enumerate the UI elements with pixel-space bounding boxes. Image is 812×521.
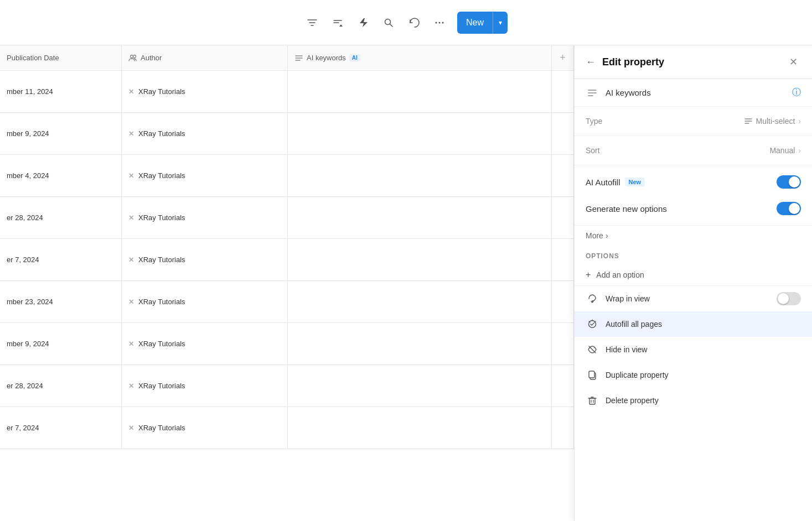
cell-aikeywords-2	[288, 155, 552, 196]
table-row[interactable]: er 7, 2024 ✕ XRay Tutorials	[0, 239, 574, 281]
more-label: More	[586, 231, 603, 240]
sort-row[interactable]: Sort Manual ›	[575, 139, 812, 161]
col-header-author[interactable]: Author	[122, 45, 288, 70]
remove-author-0[interactable]: ✕	[128, 88, 134, 96]
table-row[interactable]: mber 4, 2024 ✕ XRay Tutorials	[0, 155, 574, 197]
cell-aikeywords-4	[288, 239, 552, 280]
aikeywords-icon	[294, 54, 303, 62]
panel-header: ← Edit property ✕	[575, 45, 812, 79]
more-chevron: ›	[606, 231, 608, 240]
cell-pubdate-4: er 7, 2024	[0, 239, 122, 280]
delete-property-row[interactable]: Delete property	[575, 388, 812, 413]
remove-author-3[interactable]: ✕	[128, 214, 134, 222]
table-row[interactable]: er 7, 2024 ✕ XRay Tutorials	[0, 407, 574, 449]
filter-icon[interactable]	[304, 15, 320, 30]
svg-rect-24	[589, 371, 594, 378]
duplicate-property-row[interactable]: Duplicate property	[575, 362, 812, 388]
delete-icon	[586, 394, 599, 407]
hide-in-view-row[interactable]: Hide in view	[575, 337, 812, 362]
svg-line-6	[390, 24, 392, 27]
table-row[interactable]: er 28, 2024 ✕ XRay Tutorials	[0, 197, 574, 239]
cell-aikeywords-0	[288, 71, 552, 112]
wrap-icon	[586, 292, 599, 305]
sort-section: Sort Manual ›	[575, 136, 812, 165]
history-icon[interactable]	[406, 15, 422, 30]
back-button[interactable]: ←	[586, 56, 596, 68]
remove-author-7[interactable]: ✕	[128, 382, 134, 390]
search-icon[interactable]	[381, 15, 396, 30]
options-section: Options + Add an option Wrap in view	[575, 246, 812, 413]
col-header-add[interactable]: +	[552, 45, 574, 70]
author-header-label: Author	[141, 54, 162, 62]
sort-icon[interactable]	[330, 15, 345, 30]
svg-point-11	[133, 55, 136, 58]
autofill-all-row[interactable]: Autofill all pages	[575, 311, 812, 337]
cell-pubdate-7: er 28, 2024	[0, 365, 122, 407]
remove-author-2[interactable]: ✕	[128, 172, 134, 180]
aikeywords-header-label: AI keywords	[307, 54, 346, 62]
remove-author-6[interactable]: ✕	[128, 340, 134, 348]
cell-pubdate-8: er 7, 2024	[0, 407, 122, 449]
cell-extra-1	[552, 113, 574, 154]
field-name-input[interactable]	[606, 88, 785, 97]
info-icon[interactable]: ⓘ	[792, 87, 801, 98]
remove-author-1[interactable]: ✕	[128, 130, 134, 138]
table-row[interactable]: mber 23, 2024 ✕ XRay Tutorials	[0, 281, 574, 323]
type-section: Type Multi-select ›	[575, 107, 812, 136]
add-option-row[interactable]: + Add an option	[575, 264, 812, 286]
wrap-toggle[interactable]	[777, 292, 801, 305]
svg-point-10	[131, 55, 133, 58]
type-value-group: Multi-select ›	[744, 117, 801, 126]
cell-pubdate-5: mber 23, 2024	[0, 281, 122, 322]
sort-value: Manual	[769, 146, 795, 155]
svg-point-9	[442, 22, 443, 23]
panel-header-left: ← Edit property	[586, 56, 664, 68]
ai-autofill-badge: New	[625, 178, 645, 186]
generate-options-row: Generate new options	[575, 195, 812, 222]
delete-label: Delete property	[606, 396, 801, 405]
cell-aikeywords-5	[288, 281, 552, 322]
table-row[interactable]: mber 9, 2024 ✕ XRay Tutorials	[0, 113, 574, 155]
cell-pubdate-2: mber 4, 2024	[0, 155, 122, 196]
more-icon[interactable]	[432, 15, 447, 30]
lightning-icon[interactable]	[355, 15, 371, 30]
new-button[interactable]: New ▾	[457, 12, 508, 34]
new-button-chevron[interactable]: ▾	[493, 12, 508, 34]
edit-property-panel: ← Edit property ✕ ⓘ Type	[574, 45, 812, 521]
close-button[interactable]: ✕	[785, 54, 801, 70]
cell-author-7: ✕ XRay Tutorials	[122, 365, 288, 407]
duplicate-icon	[586, 368, 599, 382]
wrap-in-view-row[interactable]: Wrap in view	[575, 286, 812, 311]
cell-extra-2	[552, 155, 574, 196]
main-content: Publication Date Author AI keywords	[0, 45, 812, 521]
hide-icon	[586, 343, 599, 356]
ai-autofill-toggle[interactable]	[777, 175, 801, 189]
remove-author-8[interactable]: ✕	[128, 424, 134, 432]
cell-pubdate-0: mber 11, 2024	[0, 71, 122, 112]
table-row[interactable]: mber 9, 2024 ✕ XRay Tutorials	[0, 323, 574, 365]
cell-extra-6	[552, 323, 574, 364]
table-row[interactable]: er 28, 2024 ✕ XRay Tutorials	[0, 365, 574, 407]
table-row[interactable]: mber 11, 2024 ✕ XRay Tutorials	[0, 71, 574, 113]
svg-point-8	[438, 22, 440, 23]
toolbar: New ▾	[0, 0, 812, 45]
remove-author-4[interactable]: ✕	[128, 256, 134, 264]
ai-autofill-section: AI Autofill New Generate new options	[575, 165, 812, 226]
wrap-label: Wrap in view	[606, 294, 770, 303]
author-icon	[128, 54, 137, 62]
remove-author-5[interactable]: ✕	[128, 298, 134, 306]
type-row[interactable]: Type Multi-select ›	[575, 110, 812, 132]
cell-aikeywords-8	[288, 407, 552, 449]
cell-author-8: ✕ XRay Tutorials	[122, 407, 288, 449]
field-name-row: ⓘ	[575, 79, 812, 107]
generate-options-label: Generate new options	[586, 204, 667, 213]
sort-chevron: ›	[798, 146, 801, 155]
svg-rect-25	[589, 398, 595, 404]
cell-author-2: ✕ XRay Tutorials	[122, 155, 288, 196]
type-chevron: ›	[798, 117, 801, 126]
pubdate-header-label: Publication Date	[7, 54, 59, 62]
generate-options-toggle[interactable]	[777, 202, 801, 215]
col-header-aikeywords[interactable]: AI keywords AI	[288, 45, 552, 70]
more-row[interactable]: More ›	[575, 226, 812, 246]
col-header-pubdate[interactable]: Publication Date	[0, 45, 122, 70]
